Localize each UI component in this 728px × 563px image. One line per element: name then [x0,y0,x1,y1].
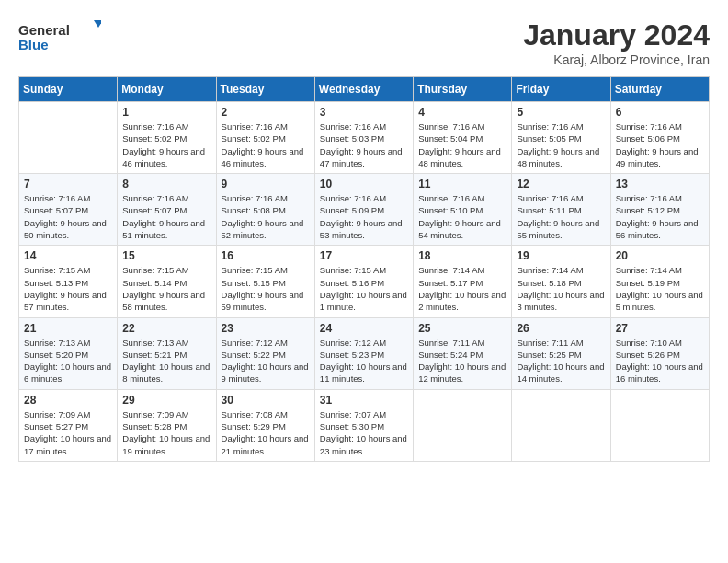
calendar-cell: 20Sunrise: 7:14 AMSunset: 5:19 PMDayligh… [610,246,709,317]
logo: General Blue [18,18,101,55]
cell-content: Sunrise: 7:15 AMSunset: 5:16 PMDaylight:… [320,264,408,313]
calendar-cell: 3Sunrise: 7:16 AMSunset: 5:03 PMDaylight… [314,102,413,174]
cell-content: Sunrise: 7:16 AMSunset: 5:10 PMDaylight:… [418,192,506,241]
cell-content: Sunrise: 7:16 AMSunset: 5:09 PMDaylight:… [320,192,408,241]
header-day-monday: Monday [118,77,216,102]
calendar-cell: 1Sunrise: 7:16 AMSunset: 5:02 PMDaylight… [118,102,216,174]
day-number: 6 [616,106,704,119]
day-number: 22 [122,322,210,335]
calendar-cell: 19Sunrise: 7:14 AMSunset: 5:18 PMDayligh… [512,246,610,317]
logo-svg: General Blue [18,18,101,55]
day-number: 29 [122,394,210,407]
calendar-cell: 15Sunrise: 7:15 AMSunset: 5:14 PMDayligh… [118,246,216,317]
calendar-cell: 24Sunrise: 7:12 AMSunset: 5:23 PMDayligh… [314,317,413,389]
cell-content: Sunrise: 7:13 AMSunset: 5:21 PMDaylight:… [122,337,210,385]
day-number: 25 [418,322,506,335]
day-number: 8 [122,178,210,190]
cell-content: Sunrise: 7:16 AMSunset: 5:04 PMDaylight:… [418,121,506,169]
day-number: 7 [24,178,112,190]
cell-content: Sunrise: 7:15 AMSunset: 5:13 PMDaylight:… [24,264,112,313]
cell-content: Sunrise: 7:16 AMSunset: 5:07 PMDaylight:… [122,192,210,241]
cell-content: Sunrise: 7:16 AMSunset: 5:02 PMDaylight:… [222,121,310,169]
day-number: 10 [320,178,408,190]
calendar-cell: 26Sunrise: 7:11 AMSunset: 5:25 PMDayligh… [512,317,610,389]
cell-content: Sunrise: 7:11 AMSunset: 5:25 PMDaylight:… [517,337,605,385]
cell-content: Sunrise: 7:16 AMSunset: 5:06 PMDaylight:… [616,121,704,169]
calendar-cell: 8Sunrise: 7:16 AMSunset: 5:07 PMDaylight… [118,174,216,246]
calendar-cell: 14Sunrise: 7:15 AMSunset: 5:13 PMDayligh… [19,246,118,317]
week-row-3: 21Sunrise: 7:13 AMSunset: 5:20 PMDayligh… [19,317,710,389]
cell-content: Sunrise: 7:09 AMSunset: 5:27 PMDaylight:… [24,408,112,457]
cell-content: Sunrise: 7:16 AMSunset: 5:11 PMDaylight:… [517,192,605,241]
calendar-cell: 12Sunrise: 7:16 AMSunset: 5:11 PMDayligh… [512,174,610,246]
title-area: January 2024 Karaj, Alborz Province, Ira… [523,18,710,67]
calendar-cell: 18Sunrise: 7:14 AMSunset: 5:17 PMDayligh… [414,246,512,317]
calendar-cell [512,389,610,461]
cell-content: Sunrise: 7:12 AMSunset: 5:22 PMDaylight:… [222,337,310,385]
main-title: January 2024 [523,18,710,52]
cell-content: Sunrise: 7:10 AMSunset: 5:26 PMDaylight:… [616,337,704,385]
calendar-cell: 22Sunrise: 7:13 AMSunset: 5:21 PMDayligh… [118,317,216,389]
day-number: 24 [320,322,408,335]
cell-content: Sunrise: 7:11 AMSunset: 5:24 PMDaylight:… [418,337,506,385]
calendar-cell: 31Sunrise: 7:07 AMSunset: 5:30 PMDayligh… [314,389,413,461]
cell-content: Sunrise: 7:16 AMSunset: 5:05 PMDaylight:… [517,121,605,169]
calendar-cell: 30Sunrise: 7:08 AMSunset: 5:29 PMDayligh… [216,389,314,461]
calendar-cell: 21Sunrise: 7:13 AMSunset: 5:20 PMDayligh… [19,317,118,389]
week-row-4: 28Sunrise: 7:09 AMSunset: 5:27 PMDayligh… [19,389,710,461]
cell-content: Sunrise: 7:13 AMSunset: 5:20 PMDaylight:… [24,337,112,385]
day-number: 27 [616,322,704,335]
header: General Blue January 2024 Karaj, Alborz … [18,18,710,67]
calendar-cell: 29Sunrise: 7:09 AMSunset: 5:28 PMDayligh… [118,389,216,461]
calendar-cell [610,389,709,461]
cell-content: Sunrise: 7:16 AMSunset: 5:02 PMDaylight:… [122,121,210,169]
day-number: 4 [418,106,506,119]
cell-content: Sunrise: 7:08 AMSunset: 5:29 PMDaylight:… [222,408,310,457]
calendar-cell: 5Sunrise: 7:16 AMSunset: 5:05 PMDaylight… [512,102,610,174]
calendar-cell: 16Sunrise: 7:15 AMSunset: 5:15 PMDayligh… [216,246,314,317]
day-number: 15 [122,249,210,262]
cell-content: Sunrise: 7:12 AMSunset: 5:23 PMDaylight:… [320,337,408,385]
calendar-cell: 13Sunrise: 7:16 AMSunset: 5:12 PMDayligh… [610,174,709,246]
cell-content: Sunrise: 7:14 AMSunset: 5:18 PMDaylight:… [517,264,605,313]
cell-content: Sunrise: 7:14 AMSunset: 5:19 PMDaylight:… [616,264,704,313]
day-number: 18 [418,249,506,262]
calendar-cell: 6Sunrise: 7:16 AMSunset: 5:06 PMDaylight… [610,102,709,174]
svg-text:Blue: Blue [18,37,49,52]
svg-text:General: General [18,22,70,38]
cell-content: Sunrise: 7:16 AMSunset: 5:03 PMDaylight:… [320,121,408,169]
day-number: 12 [517,178,605,190]
cell-content: Sunrise: 7:16 AMSunset: 5:08 PMDaylight:… [222,192,310,241]
calendar-cell: 17Sunrise: 7:15 AMSunset: 5:16 PMDayligh… [314,246,413,317]
svg-marker-1 [94,20,101,28]
day-number: 2 [222,106,310,119]
day-number: 11 [418,178,506,190]
week-row-2: 14Sunrise: 7:15 AMSunset: 5:13 PMDayligh… [19,246,710,317]
calendar-cell: 27Sunrise: 7:10 AMSunset: 5:26 PMDayligh… [610,317,709,389]
week-row-0: 1Sunrise: 7:16 AMSunset: 5:02 PMDaylight… [19,102,710,174]
cell-content: Sunrise: 7:15 AMSunset: 5:14 PMDaylight:… [122,264,210,313]
calendar-cell [414,389,512,461]
calendar-table: SundayMondayTuesdayWednesdayThursdayFrid… [18,76,710,462]
subtitle: Karaj, Alborz Province, Iran [523,52,710,67]
calendar-cell: 28Sunrise: 7:09 AMSunset: 5:27 PMDayligh… [19,389,118,461]
calendar-cell: 11Sunrise: 7:16 AMSunset: 5:10 PMDayligh… [414,174,512,246]
day-number: 13 [616,178,704,190]
day-number: 31 [320,394,408,407]
header-day-sunday: Sunday [19,77,118,102]
calendar-cell: 9Sunrise: 7:16 AMSunset: 5:08 PMDaylight… [216,174,314,246]
day-number: 9 [222,178,310,190]
day-number: 23 [222,322,310,335]
calendar-cell: 23Sunrise: 7:12 AMSunset: 5:22 PMDayligh… [216,317,314,389]
calendar-cell: 4Sunrise: 7:16 AMSunset: 5:04 PMDaylight… [414,102,512,174]
day-number: 14 [24,249,112,262]
cell-content: Sunrise: 7:07 AMSunset: 5:30 PMDaylight:… [320,408,408,457]
header-day-friday: Friday [512,77,610,102]
day-number: 1 [122,106,210,119]
cell-content: Sunrise: 7:15 AMSunset: 5:15 PMDaylight:… [222,264,310,313]
cell-content: Sunrise: 7:16 AMSunset: 5:12 PMDaylight:… [616,192,704,241]
calendar-cell: 25Sunrise: 7:11 AMSunset: 5:24 PMDayligh… [414,317,512,389]
header-day-wednesday: Wednesday [314,77,413,102]
calendar-cell: 10Sunrise: 7:16 AMSunset: 5:09 PMDayligh… [314,174,413,246]
calendar-cell: 2Sunrise: 7:16 AMSunset: 5:02 PMDaylight… [216,102,314,174]
